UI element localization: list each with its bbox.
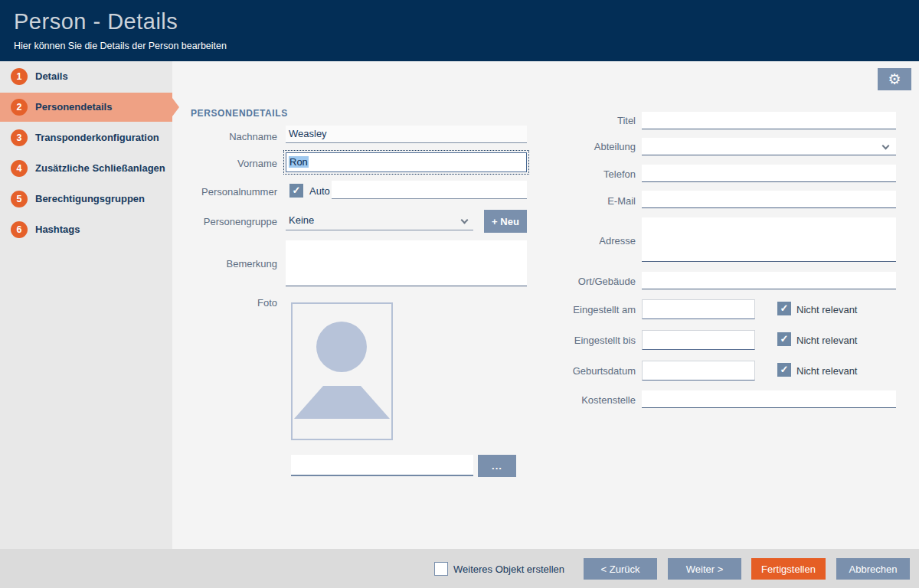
step-number-badge: 5	[11, 191, 28, 207]
personengruppe-select[interactable]: Keine	[286, 212, 473, 230]
adresse-label: Adresse	[536, 235, 636, 247]
step-number-badge: 4	[11, 160, 28, 177]
check-icon: ✓	[780, 364, 789, 375]
step-label: Berechtigungsgruppen	[35, 185, 145, 214]
email-label: E-Mail	[536, 195, 636, 207]
eingestellt-bis-not-relevant-checkbox[interactable]: ✓	[777, 332, 791, 346]
ort-gebaeude-input[interactable]	[642, 272, 896, 289]
page-subtitle: Hier können Sie die Details der Person b…	[14, 41, 227, 51]
sidebar-step-berechtigungsgruppen[interactable]: 5 Berechtigungsgruppen	[0, 185, 172, 214]
foto-label: Foto	[184, 297, 277, 309]
abteilung-select[interactable]	[642, 138, 896, 155]
gear-icon: ⚙	[888, 71, 901, 87]
step-label: Hashtags	[35, 215, 80, 244]
neu-button[interactable]: + Neu	[484, 210, 527, 233]
bemerkung-textarea[interactable]	[286, 240, 527, 286]
cancel-button[interactable]: Abbrechen	[836, 558, 910, 580]
check-icon: ✓	[780, 333, 789, 345]
telefon-input[interactable]	[642, 165, 896, 182]
sidebar-step-hashtags[interactable]: 6 Hashtags	[0, 215, 172, 244]
bemerkung-label: Bemerkung	[184, 258, 277, 270]
eingestellt-am-not-relevant-label: Nicht relevant	[796, 304, 857, 315]
chevron-down-icon	[461, 217, 469, 224]
create-another-label: Weiteres Objekt erstellen	[453, 564, 564, 575]
browse-button[interactable]: ...	[478, 455, 516, 477]
step-number-badge: 2	[11, 99, 28, 116]
chevron-down-icon	[882, 142, 890, 150]
ort-gebaeude-label: Ort/Gebäude	[536, 276, 636, 287]
nachname-label: Nachname	[184, 131, 277, 142]
section-title: PERSONENDETAILS	[191, 108, 288, 119]
step-label: Transponderkonfiguration	[35, 123, 159, 152]
vorname-input[interactable]: Ron	[286, 152, 527, 172]
active-step-arrow	[172, 98, 179, 116]
nachname-input[interactable]: Weasley	[286, 126, 527, 143]
step-number-badge: 6	[11, 221, 28, 238]
step-number-badge: 1	[11, 68, 28, 85]
titel-input[interactable]	[642, 112, 896, 129]
personalnummer-label: Personalnummer	[184, 186, 277, 198]
eingestellt-bis-input[interactable]	[642, 330, 755, 350]
eingestellt-bis-not-relevant-label: Nicht relevant	[796, 335, 857, 346]
kostenstelle-input[interactable]	[642, 390, 896, 408]
back-button[interactable]: < Zurück	[584, 558, 657, 580]
personengruppe-value: Keine	[289, 214, 314, 226]
foto-path-input[interactable]	[291, 455, 473, 476]
personalnummer-input[interactable]	[332, 181, 527, 199]
kostenstelle-label: Kostenstelle	[536, 394, 636, 406]
page-title: Person - Details	[14, 9, 178, 34]
create-another-checkbox[interactable]	[434, 562, 448, 576]
auto-label: Auto	[309, 185, 330, 197]
personengruppe-label: Personengruppe	[184, 216, 277, 227]
eingestellt-am-input[interactable]	[642, 299, 755, 319]
auto-checkbox[interactable]: ✓	[289, 184, 303, 198]
step-label: Zusätzliche Schließanlagen	[35, 154, 165, 183]
settings-button[interactable]: ⚙	[878, 68, 911, 90]
eingestellt-am-label: Eingestellt am	[536, 304, 636, 315]
wizard-sidebar: 1 Details 2 Personendetails 3 Transponde…	[0, 61, 172, 549]
abteilung-label: Abteilung	[536, 141, 636, 152]
vorname-label: Vorname	[184, 158, 277, 169]
sidebar-step-details[interactable]: 1 Details	[0, 62, 172, 91]
check-icon: ✓	[780, 302, 789, 314]
next-button[interactable]: Weiter >	[668, 558, 741, 580]
step-number-badge: 3	[11, 129, 28, 146]
sidebar-step-personendetails[interactable]: 2 Personendetails	[0, 93, 172, 122]
photo-placeholder	[291, 302, 393, 440]
selected-text: Ron	[289, 156, 309, 168]
check-icon: ✓	[293, 185, 301, 196]
geburtsdatum-not-relevant-checkbox[interactable]: ✓	[777, 363, 791, 377]
geburtsdatum-input[interactable]	[642, 361, 755, 381]
footer-bar: Weiteres Objekt erstellen < Zurück Weite…	[0, 549, 919, 588]
header-bar: Person - Details Hier können Sie die Det…	[0, 0, 919, 61]
sidebar-step-transponderkonfiguration[interactable]: 3 Transponderkonfiguration	[0, 123, 172, 152]
email-input[interactable]	[642, 191, 896, 208]
eingestellt-bis-label: Eingestellt bis	[536, 335, 636, 346]
sidebar-step-zusaetzliche-schliessanlagen[interactable]: 4 Zusätzliche Schließanlagen	[0, 154, 172, 183]
telefon-label: Telefon	[536, 168, 636, 180]
eingestellt-am-not-relevant-checkbox[interactable]: ✓	[777, 302, 791, 315]
adresse-textarea[interactable]	[642, 217, 896, 262]
step-label: Details	[35, 62, 68, 91]
geburtsdatum-label: Geburtsdatum	[536, 365, 636, 377]
step-label: Personendetails	[35, 93, 112, 122]
avatar-silhouette-icon	[293, 304, 391, 439]
titel-label: Titel	[536, 115, 636, 126]
geburtsdatum-not-relevant-label: Nicht relevant	[796, 365, 857, 377]
finish-button[interactable]: Fertigstellen	[751, 558, 826, 580]
